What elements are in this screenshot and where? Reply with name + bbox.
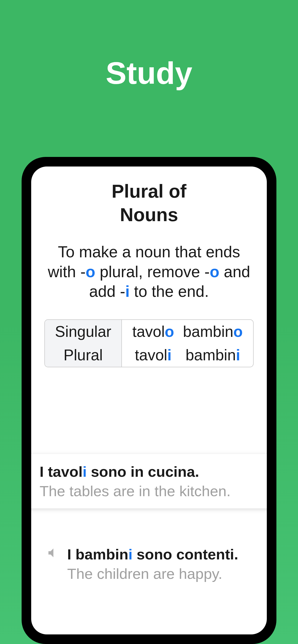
desc-highlight-1: o bbox=[86, 263, 95, 280]
example-english: The tables are in the kitchen. bbox=[40, 482, 267, 500]
table-row: Plural tavoli bambini bbox=[45, 343, 253, 367]
desc-highlight-3: i bbox=[125, 282, 129, 300]
desc-text-4: to the end. bbox=[129, 282, 209, 300]
speaker-icon[interactable] bbox=[31, 464, 32, 477]
example-english: The children are happy. bbox=[67, 565, 251, 583]
table-words-singular: tavolo bambino bbox=[122, 320, 253, 343]
example-italian: I bambini sono contenti. bbox=[67, 545, 251, 564]
lesson-title-line1: Plural of bbox=[112, 181, 186, 202]
phone-screen: Plural of Nouns To make a noun that ends… bbox=[31, 166, 267, 634]
desc-text-2: plural, remove - bbox=[95, 263, 210, 280]
word-base: tavol bbox=[135, 346, 167, 364]
sentence-part: sono contenti. bbox=[132, 546, 238, 562]
lesson-title: Plural of Nouns bbox=[44, 180, 254, 226]
word-ending: o bbox=[165, 323, 174, 340]
word-base: tavol bbox=[132, 323, 165, 340]
example-sentence-active[interactable]: I tavoli sono in cucina. The tables are … bbox=[31, 454, 267, 508]
speaker-muted-icon[interactable] bbox=[47, 546, 60, 560]
word-base: bambin bbox=[186, 346, 236, 364]
word-ending: i bbox=[236, 346, 240, 364]
sentence-part: I bambin bbox=[67, 546, 128, 562]
lesson-title-line2: Nouns bbox=[120, 204, 178, 225]
table-words-plural: tavoli bambini bbox=[122, 343, 253, 367]
sentence-highlight: i bbox=[83, 463, 87, 480]
example-sentence-inactive[interactable]: I bambini sono contenti. The children ar… bbox=[44, 538, 254, 590]
table-label-plural: Plural bbox=[45, 343, 122, 367]
example-text-container: I bambini sono contenti. The children ar… bbox=[67, 545, 251, 583]
grammar-table: Singular tavolo bambino Plural tavoli ba… bbox=[44, 319, 254, 367]
phone-frame: Plural of Nouns To make a noun that ends… bbox=[22, 157, 276, 644]
sentence-part: sono in cucina. bbox=[87, 463, 199, 480]
word-ending: i bbox=[167, 346, 172, 364]
table-label-singular: Singular bbox=[45, 320, 122, 343]
word-base: bambin bbox=[183, 323, 233, 340]
word-ending: o bbox=[233, 323, 243, 340]
sentence-part: I tavol bbox=[40, 463, 83, 480]
example-italian: I tavoli sono in cucina. bbox=[40, 462, 267, 481]
table-row: Singular tavolo bambino bbox=[45, 320, 253, 343]
page-title: Study bbox=[0, 0, 298, 91]
lesson-description: To make a noun that ends with -o plural,… bbox=[44, 242, 254, 302]
example-text-container: I tavoli sono in cucina. The tables are … bbox=[40, 462, 267, 500]
desc-highlight-2: o bbox=[210, 263, 219, 280]
sentence-highlight: i bbox=[128, 546, 132, 562]
